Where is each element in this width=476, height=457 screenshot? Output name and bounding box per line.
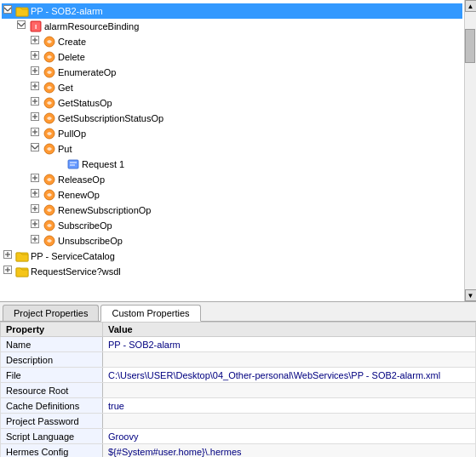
table-row[interactable]: NamePP - SOB2-alarm	[1, 337, 476, 352]
property-name: File	[1, 368, 103, 383]
tree-item[interactable]: RequestService?wsdl	[2, 264, 462, 279]
expand-icon[interactable]	[31, 66, 43, 78]
svg-text:I: I	[35, 23, 37, 31]
expand-icon[interactable]	[3, 250, 15, 262]
expand-icon[interactable]	[31, 97, 43, 109]
expand-icon[interactable]	[31, 82, 43, 94]
tree-item-label: ReleaseOp	[58, 174, 105, 185]
scrollbar-track[interactable]	[465, 12, 477, 289]
scroll-down-arrow[interactable]: ▼	[465, 289, 477, 301]
folder-icon	[15, 4, 29, 18]
tree-item[interactable]: I alarmResourceBinding	[2, 19, 462, 34]
tree-item[interactable]: PP - SOB2-alarm	[2, 3, 462, 19]
tree-item-label: Put	[58, 144, 72, 154]
tree-item-label: Request 1	[82, 159, 124, 169]
operation-icon	[43, 81, 56, 94]
tree-item-label: RequestService?wsdl	[31, 266, 121, 277]
tree-content[interactable]: PP - SOB2-alarm I alarmResourceBinding C…	[0, 0, 464, 301]
expand-icon[interactable]	[31, 204, 43, 216]
expand-icon[interactable]	[17, 20, 29, 32]
tree-scrollbar[interactable]: ▲ ▼	[464, 0, 476, 301]
property-value: true	[103, 398, 476, 414]
tree-item[interactable]: PP - ServiceCatalog	[2, 248, 462, 264]
tree-item-label: RenewSubscriptionOp	[58, 205, 151, 215]
tree-panel: PP - SOB2-alarm I alarmResourceBinding C…	[0, 0, 476, 302]
operation-icon	[43, 66, 56, 79]
tree-item[interactable]: Delete	[2, 49, 462, 65]
table-row[interactable]: Project Password	[1, 414, 476, 429]
expand-icon[interactable]	[31, 220, 43, 231]
tree-item-label: UnsubscribeOp	[58, 236, 123, 246]
property-value: ${#System#user.home}\.hermes	[103, 444, 476, 458]
tree-item[interactable]: ReleaseOp	[2, 172, 462, 187]
operation-icon	[43, 35, 56, 49]
tree-item[interactable]: UnsubscribeOp	[2, 233, 462, 248]
col-header-property: Property	[1, 323, 103, 337]
tree-item-label: Delete	[58, 52, 85, 62]
operation-icon	[43, 203, 56, 217]
folder-icon	[15, 265, 29, 278]
scrollbar-thumb[interactable]	[465, 29, 475, 63]
svg-rect-0	[4, 6, 12, 14]
expand-icon[interactable]	[3, 5, 15, 17]
expand-icon[interactable]	[31, 112, 43, 124]
props-table[interactable]: Property Value NamePP - SOB2-alarmDescri…	[0, 322, 476, 457]
property-name: Project Password	[1, 414, 103, 429]
table-row[interactable]: FileC:\Users\USER\Desktop\04_Other-perso…	[1, 368, 476, 383]
tree-item[interactable]: RenewSubscriptionOp	[2, 203, 462, 218]
tree-item[interactable]: Get	[2, 80, 462, 95]
tree-item[interactable]: Put	[2, 141, 462, 157]
tree-item-label: Create	[58, 37, 86, 47]
tree-item-label: PullOp	[58, 129, 86, 139]
expand-icon[interactable]	[31, 128, 43, 140]
expand-icon[interactable]	[31, 189, 43, 201]
property-name: Hermes Config	[1, 444, 103, 458]
tree-item[interactable]: SubscribeOp	[2, 218, 462, 233]
property-name: Script Language	[1, 429, 103, 444]
tree-item-label: GetSubscriptionStatusOp	[58, 113, 163, 123]
tree-item[interactable]: PullOp	[2, 126, 462, 141]
tree-item-label: GetStatusOp	[58, 98, 112, 108]
properties-panel: Project PropertiesCustom Properties Prop…	[0, 302, 476, 457]
expand-icon[interactable]	[31, 51, 43, 63]
scroll-up-arrow[interactable]: ▲	[465, 0, 477, 12]
property-name: Description	[1, 352, 103, 368]
expand-icon[interactable]	[3, 266, 15, 277]
operation-icon	[43, 219, 56, 232]
tree-item-label: RenewOp	[58, 190, 100, 200]
tree-item-label: EnumerateOp	[58, 67, 116, 77]
table-row[interactable]: Description	[1, 352, 476, 368]
expand-icon[interactable]	[31, 174, 43, 186]
svg-rect-4	[18, 21, 26, 29]
tree-item-label: PP - SOB2-alarm	[31, 6, 103, 16]
tree-item[interactable]: GetSubscriptionStatusOp	[2, 111, 462, 126]
folder-icon	[15, 249, 29, 263]
table-row[interactable]: Cache Definitionstrue	[1, 398, 476, 414]
svg-rect-37	[32, 144, 39, 151]
tree-item[interactable]: EnumerateOp	[2, 65, 462, 80]
tree-item[interactable]: Request 1	[2, 157, 462, 172]
property-value	[103, 414, 476, 429]
table-row[interactable]: Script LanguageGroovy	[1, 429, 476, 444]
tree-item-label: Get	[58, 83, 73, 93]
interface-icon: I	[29, 20, 43, 33]
tree-item[interactable]: GetStatusOp	[2, 95, 462, 111]
expand-icon[interactable]	[31, 235, 43, 247]
property-name: Cache Definitions	[1, 398, 103, 414]
tab-custom-properties[interactable]: Custom Properties	[100, 305, 200, 322]
tree-item[interactable]: Create	[2, 34, 462, 49]
expand-icon[interactable]	[58, 158, 66, 170]
tree-item[interactable]: RenewOp	[2, 187, 462, 203]
table-row[interactable]: Resource Root	[1, 383, 476, 398]
tab-project-properties[interactable]: Project Properties	[3, 305, 99, 321]
operation-icon	[43, 96, 56, 110]
tab-bar: Project PropertiesCustom Properties	[0, 302, 476, 322]
table-row[interactable]: Hermes Config${#System#user.home}\.herme…	[1, 444, 476, 458]
property-value	[103, 383, 476, 398]
operation-icon	[43, 173, 56, 186]
property-value: Groovy	[103, 429, 476, 444]
expand-icon[interactable]	[31, 143, 43, 155]
tree-item-label: SubscribeOp	[58, 220, 112, 231]
expand-icon[interactable]	[31, 36, 43, 48]
svg-rect-41	[68, 160, 78, 169]
